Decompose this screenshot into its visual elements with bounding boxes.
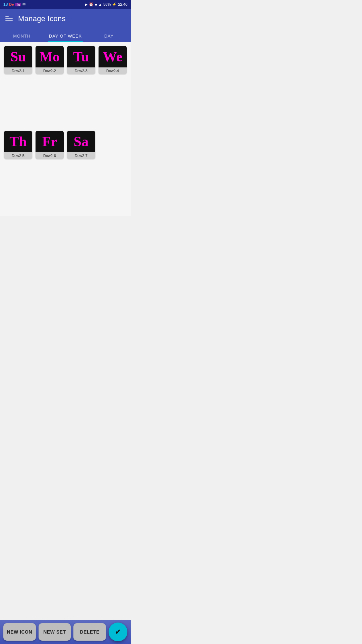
status-bar: 13 De Tu ✉ ▶ ⏰ ■ ▲ 56% ⚡ 22:40 [0, 0, 131, 9]
icon-card-dow2-7[interactable]: SaDow2-7 [67, 131, 95, 159]
tabs-bar: MONTH DAY OF WEEK DAY [0, 29, 131, 42]
menu-line-long [5, 20, 13, 21]
icon-image-dow2-2: Mo [36, 46, 64, 67]
status-outlook-icon: ✉ [22, 2, 25, 7]
icon-card-dow2-5[interactable]: ThDow2-5 [4, 131, 32, 159]
icon-grid: SuDow2-1MoDow2-2TuDow2-3WeDow2-4ThDow2-5… [0, 42, 131, 216]
icon-label-dow2-2: Dow2-2 [36, 67, 64, 74]
icon-label-dow2-4: Dow2-4 [99, 67, 127, 74]
bluetooth-icon: ▶ [85, 2, 87, 7]
icon-label-dow2-1: Dow2-1 [4, 67, 32, 74]
tab-day[interactable]: DAY [87, 29, 131, 42]
icon-label-dow2-6: Dow2-6 [36, 152, 64, 159]
battery-level: 56% [103, 2, 111, 6]
icon-image-dow2-5: Th [4, 131, 32, 152]
menu-line-mid [5, 18, 13, 19]
menu-line-short [5, 16, 9, 17]
signal-icon: ▲ [99, 2, 102, 6]
wifi-icon: ■ [95, 2, 97, 6]
status-bar-right: ▶ ⏰ ■ ▲ 56% ⚡ 22:40 [85, 2, 127, 7]
icon-image-dow2-4: We [99, 46, 127, 67]
icon-image-dow2-3: Tu [67, 46, 95, 67]
status-bar-left: 13 De Tu ✉ [3, 2, 25, 7]
icon-card-dow2-6[interactable]: FrDow2-6 [36, 131, 64, 159]
icon-label-dow2-5: Dow2-5 [4, 152, 32, 159]
icon-label-dow2-7: Dow2-7 [67, 152, 95, 159]
status-app-tu: Tu [15, 3, 21, 6]
menu-button[interactable] [5, 16, 13, 21]
tab-day-of-week[interactable]: DAY OF WEEK [44, 29, 87, 42]
icon-label-dow2-3: Dow2-3 [67, 67, 95, 74]
icon-card-dow2-3[interactable]: TuDow2-3 [67, 46, 95, 74]
icon-card-dow2-1[interactable]: SuDow2-1 [4, 46, 32, 74]
clock: 22:40 [118, 2, 127, 6]
status-number: 13 [3, 2, 8, 7]
icon-image-dow2-7: Sa [67, 131, 95, 152]
icon-card-dow2-2[interactable]: MoDow2-2 [36, 46, 64, 74]
tab-month[interactable]: MONTH [0, 29, 44, 42]
battery-icon: ⚡ [112, 2, 117, 7]
icon-image-dow2-1: Su [4, 46, 32, 67]
icon-card-dow2-4[interactable]: WeDow2-4 [99, 46, 127, 74]
alarm-icon: ⏰ [89, 2, 94, 7]
page-title: Manage Icons [18, 14, 66, 23]
icon-image-dow2-6: Fr [36, 131, 64, 152]
status-app-de: De [9, 2, 14, 6]
app-bar: Manage Icons [0, 9, 131, 29]
